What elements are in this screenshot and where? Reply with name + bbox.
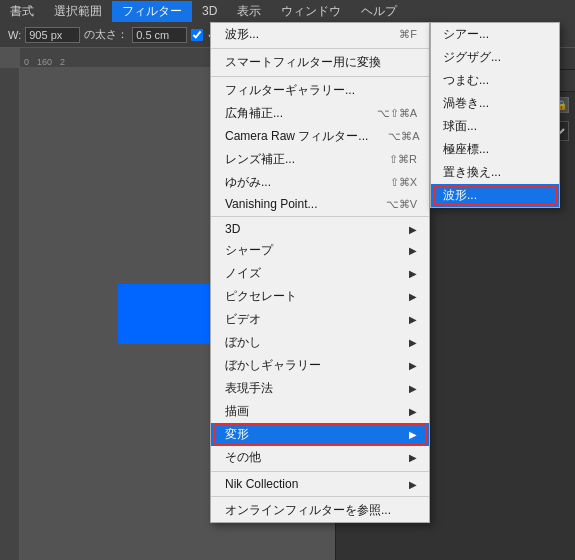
ruler-vertical: [0, 68, 20, 560]
filter-item-pixelate[interactable]: ピクセレート ▶: [211, 285, 429, 308]
arrow-video: ▶: [409, 314, 417, 325]
filter-item-video[interactable]: ビデオ ▶: [211, 308, 429, 331]
menu-sentakuhan-i[interactable]: 選択範囲: [44, 1, 112, 22]
submenu-spherize[interactable]: 球面...: [431, 115, 559, 138]
transform-submenu: シアー... ジグザグ... つまむ... 渦巻き... 球面... 極座標..…: [430, 22, 560, 208]
arrow-sharp: ▶: [409, 245, 417, 256]
arrow-transform: ▶: [409, 429, 417, 440]
arrow-blur-gallery: ▶: [409, 360, 417, 371]
submenu-twirl[interactable]: 渦巻き...: [431, 92, 559, 115]
arrow-pixelate: ▶: [409, 291, 417, 302]
arrow-blur: ▶: [409, 337, 417, 348]
edge-align-checkbox[interactable]: [191, 29, 203, 41]
filter-dropdown-menu: 波形... ⌘F スマートフィルター用に変換 フィルターギャラリー... 広角補…: [210, 22, 430, 523]
width-label: W:: [8, 29, 21, 41]
menu-window[interactable]: ウィンドウ: [271, 1, 351, 22]
arrow-nik: ▶: [409, 479, 417, 490]
filter-item-yugami[interactable]: ゆがみ... ⇧⌘X: [211, 171, 429, 194]
ruler-h-2: 2: [56, 57, 69, 67]
separator-4: [211, 471, 429, 472]
filter-item-sharp[interactable]: シャープ ▶: [211, 239, 429, 262]
filter-item-online[interactable]: オンラインフィルターを参照...: [211, 499, 429, 522]
filter-item-3d[interactable]: 3D ▶: [211, 219, 429, 239]
shortcut-wide-angle: ⌥⇧⌘A: [377, 107, 417, 120]
submenu-pinch[interactable]: つまむ...: [431, 69, 559, 92]
separator-3: [211, 216, 429, 217]
shortcut-yugami: ⇧⌘X: [390, 176, 417, 189]
arrow-other: ▶: [409, 452, 417, 463]
ruler-h-0: 0: [20, 57, 33, 67]
filter-item-other[interactable]: その他 ▶: [211, 446, 429, 469]
width-input[interactable]: [25, 27, 80, 43]
shortcut-camera-raw: ⌥⌘A: [388, 130, 419, 143]
filter-item-wave-top[interactable]: 波形... ⌘F: [211, 23, 429, 46]
shortcut-wave-top: ⌘F: [399, 28, 417, 41]
separator-5: [211, 496, 429, 497]
submenu-wave[interactable]: 波形...: [431, 184, 559, 207]
filter-item-blur-gallery[interactable]: ぼかしギャラリー ▶: [211, 354, 429, 377]
arrow-render: ▶: [409, 406, 417, 417]
separator-2: [211, 76, 429, 77]
shortcut-lens: ⇧⌘R: [389, 153, 417, 166]
filter-item-gallery[interactable]: フィルターギャラリー...: [211, 79, 429, 102]
brush-input[interactable]: [132, 27, 187, 43]
filter-item-render[interactable]: 描画 ▶: [211, 400, 429, 423]
arrow-3d: ▶: [409, 224, 417, 235]
menu-filter[interactable]: フィルター: [112, 1, 192, 22]
filter-item-noise[interactable]: ノイズ ▶: [211, 262, 429, 285]
shortcut-vanishing: ⌥⌘V: [386, 198, 417, 211]
arrow-noise: ▶: [409, 268, 417, 279]
filter-item-vanishing[interactable]: Vanishing Point... ⌥⌘V: [211, 194, 429, 214]
filter-item-lens[interactable]: レンズ補正... ⇧⌘R: [211, 148, 429, 171]
menu-shoshiki[interactable]: 書式: [0, 1, 44, 22]
menu-3d[interactable]: 3D: [192, 2, 227, 20]
filter-item-stylize[interactable]: 表現手法 ▶: [211, 377, 429, 400]
menu-help[interactable]: ヘルプ: [351, 1, 407, 22]
filter-item-nik[interactable]: Nik Collection ▶: [211, 474, 429, 494]
filter-item-blur[interactable]: ぼかし ▶: [211, 331, 429, 354]
menu-hyoji[interactable]: 表示: [227, 1, 271, 22]
filter-item-transform[interactable]: 変形 ▶: [211, 423, 429, 446]
submenu-polar[interactable]: 極座標...: [431, 138, 559, 161]
submenu-zigzag[interactable]: ジグザグ...: [431, 46, 559, 69]
filter-item-smart[interactable]: スマートフィルター用に変換: [211, 51, 429, 74]
ruler-h-160: 160: [33, 57, 56, 67]
submenu-shear[interactable]: シアー...: [431, 23, 559, 46]
filter-item-camera-raw[interactable]: Camera Raw フィルター... ⌥⌘A: [211, 125, 429, 148]
arrow-stylize: ▶: [409, 383, 417, 394]
brush-label: の太さ：: [84, 27, 128, 42]
menu-bar: 書式 選択範囲 フィルター 3D 表示 ウィンドウ ヘルプ: [0, 0, 575, 22]
filter-item-wide-angle[interactable]: 広角補正... ⌥⇧⌘A: [211, 102, 429, 125]
submenu-displace[interactable]: 置き換え...: [431, 161, 559, 184]
separator-1: [211, 48, 429, 49]
